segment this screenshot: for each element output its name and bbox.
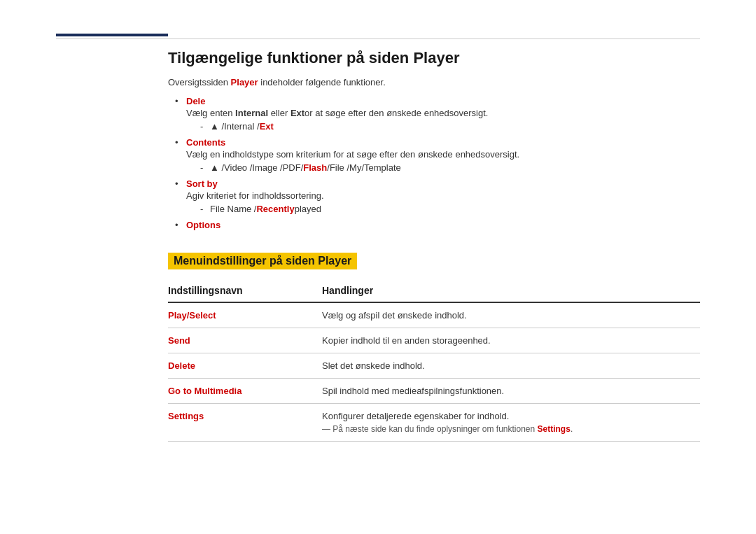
- setting-name-gotomultimedia: Go to Multimedia: [168, 379, 322, 404]
- col-header-action: Handlinger: [322, 281, 700, 302]
- setting-action-gotomultimedia: Spil indhold med medieafspilningsfunktio…: [322, 379, 700, 404]
- bullet-desc-sortby: Agiv kriteriet for indholdssortering.: [186, 190, 700, 201]
- setting-name-send: Send: [168, 328, 322, 353]
- bullet-label-sortby: Sort by: [186, 178, 218, 189]
- dele-sub-list: ▲ /Internal /Ext: [186, 121, 700, 132]
- top-accent-bar: [56, 34, 168, 36]
- sub-item-contents-1: ▲ /Video /Image /PDF/Flash/File /My/Temp…: [200, 162, 700, 173]
- bullet-desc-contents: Vælg en indholdstype som kriterium for a…: [186, 149, 700, 160]
- table-row: Delete Slet det ønskede indhold.: [168, 353, 700, 379]
- setting-action-settings: Konfigurer detaljerede egenskaber for in…: [322, 404, 700, 442]
- features-list: Dele Vælg enten Internal eller Extor at …: [168, 96, 700, 230]
- list-item-dele: Dele Vælg enten Internal eller Extor at …: [175, 96, 700, 132]
- table-header-row: Indstillingsnavn Handlinger: [168, 281, 700, 302]
- setting-action-playselect: Vælg og afspil det ønskede indhold.: [322, 302, 700, 328]
- settings-table: Indstillingsnavn Handlinger Play/Select …: [168, 281, 700, 442]
- setting-action-delete: Slet det ønskede indhold.: [322, 353, 700, 379]
- top-divider-line: [56, 38, 700, 39]
- table-row: Go to Multimedia Spil indhold med mediea…: [168, 379, 700, 404]
- table-row: Send Kopier indhold til en anden storage…: [168, 328, 700, 353]
- table-row: Settings Konfigurer detaljerede egenskab…: [168, 404, 700, 442]
- bullet-label-dele: Dele: [186, 96, 205, 106]
- sortby-sub-list: File Name /Recentlyplayed: [186, 204, 700, 214]
- setting-name-settings: Settings: [168, 404, 322, 442]
- bullet-label-options: Options: [186, 220, 220, 230]
- bullet-desc-dele: Vælg enten Internal eller Extor at søge …: [186, 108, 700, 118]
- section-heading: Menuindstillinger på siden Player: [168, 253, 357, 269]
- sub-item-dele-1: ▲ /Internal /Ext: [200, 121, 700, 132]
- sub-item-sortby-1: File Name /Recentlyplayed: [200, 204, 700, 214]
- page-title: Tilgængelige funktioner på siden Player: [168, 49, 700, 67]
- settings-note: — På næste side kan du finde oplysninger…: [322, 424, 693, 434]
- list-item-sortby: Sort by Agiv kriteriet for indholdssorte…: [175, 178, 700, 214]
- setting-name-playselect: Play/Select: [168, 302, 322, 328]
- list-item-options: Options: [175, 220, 700, 230]
- contents-sub-list: ▲ /Video /Image /PDF/Flash/File /My/Temp…: [186, 162, 700, 173]
- intro-highlight: Player: [231, 77, 258, 87]
- setting-action-send: Kopier indhold til en anden storageenhed…: [322, 328, 700, 353]
- intro-paragraph: Oversigtssiden Player indeholder følgend…: [168, 77, 700, 87]
- col-header-name: Indstillingsnavn: [168, 281, 322, 302]
- table-row: Play/Select Vælg og afspil det ønskede i…: [168, 302, 700, 328]
- bullet-label-contents: Contents: [186, 137, 225, 148]
- list-item-contents: Contents Vælg en indholdstype som kriter…: [175, 137, 700, 173]
- setting-name-delete: Delete: [168, 353, 322, 379]
- intro-text-after: indeholder følgende funktioner.: [258, 77, 386, 87]
- intro-text-before: Oversigtssiden: [168, 77, 231, 87]
